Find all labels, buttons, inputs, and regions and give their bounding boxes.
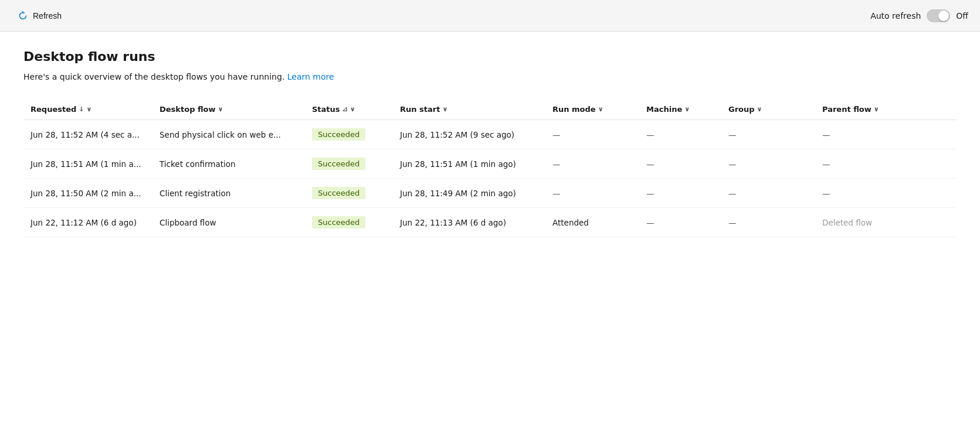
chevron-down-icon: ∨ (684, 105, 690, 113)
cell-machine: — (639, 120, 721, 149)
cell-desktop-flow: Client registration (152, 179, 305, 208)
cell-machine: — (639, 208, 721, 237)
dash-value: — (728, 189, 737, 198)
status-badge: Succeeded (312, 187, 365, 199)
cell-requested: Jun 28, 11:50 AM (2 min a... (23, 179, 152, 208)
cell-status: Succeeded (305, 179, 393, 208)
refresh-icon (18, 11, 28, 21)
col-header-run-mode[interactable]: Run mode ∨ (545, 99, 639, 120)
refresh-button[interactable]: Refresh (12, 7, 67, 25)
cell-desktop-flow: Clipboard flow (152, 208, 305, 237)
refresh-label: Refresh (33, 11, 62, 21)
cell-requested: Jun 28, 11:52 AM (4 sec a... (23, 120, 152, 149)
dash-value: — (728, 218, 737, 227)
cell-parent-flow: — (815, 149, 957, 179)
status-badge: Succeeded (312, 128, 365, 141)
toggle-knob (938, 11, 949, 21)
chevron-down-icon: ∨ (218, 105, 223, 113)
dash-value: — (646, 218, 655, 227)
chevron-down-icon: ∨ (350, 105, 355, 113)
cell-run-mode: Attended (545, 208, 639, 237)
col-header-status[interactable]: Status ⊿ ∨ (305, 99, 393, 120)
table-row[interactable]: Jun 22, 11:12 AM (6 d ago)Clipboard flow… (23, 208, 957, 237)
cell-requested: Jun 28, 11:51 AM (1 min a... (23, 149, 152, 179)
cell-run-start: Jun 28, 11:52 AM (9 sec ago) (393, 120, 545, 149)
col-header-machine[interactable]: Machine ∨ (639, 99, 721, 120)
cell-run-mode: — (545, 120, 639, 149)
filter-icon: ⊿ (343, 105, 348, 113)
table-row[interactable]: Jun 28, 11:52 AM (4 sec a...Send physica… (23, 120, 957, 149)
auto-refresh-toggle[interactable] (927, 9, 950, 22)
flows-table: Requested ↓ ∨ Desktop flow ∨ Status ⊿ (23, 99, 957, 237)
cell-run-mode: — (545, 179, 639, 208)
dash-value: — (552, 130, 561, 139)
dash-value: — (646, 159, 655, 169)
col-header-run-start[interactable]: Run start ∨ (393, 99, 545, 120)
sort-desc-icon: ↓ (79, 105, 84, 113)
cell-run-start: Jun 22, 11:13 AM (6 d ago) (393, 208, 545, 237)
page-description: Here's a quick overview of the desktop f… (23, 72, 957, 81)
cell-machine: — (639, 149, 721, 179)
toggle-state-label: Off (956, 11, 968, 21)
dash-value: — (822, 189, 830, 198)
page-title: Desktop flow runs (23, 49, 957, 64)
dash-value: — (822, 159, 830, 169)
dash-value: — (646, 189, 655, 198)
cell-parent-flow: Deleted flow (815, 208, 957, 237)
dash-value: — (646, 130, 655, 139)
dash-value: — (552, 189, 561, 198)
cell-machine: — (639, 179, 721, 208)
cell-group: — (721, 208, 815, 237)
col-header-requested[interactable]: Requested ↓ ∨ (23, 99, 152, 120)
chevron-down-icon: ∨ (442, 105, 447, 113)
dash-value: — (728, 159, 737, 169)
cell-parent-flow: — (815, 120, 957, 149)
main-content: Desktop flow runs Here's a quick overvie… (0, 32, 980, 447)
cell-run-mode: — (545, 149, 639, 179)
col-header-parent-flow[interactable]: Parent flow ∨ (815, 99, 957, 120)
auto-refresh-area: Auto refresh Off (870, 9, 968, 22)
dash-value: — (728, 130, 737, 139)
table-header-row: Requested ↓ ∨ Desktop flow ∨ Status ⊿ (23, 99, 957, 120)
col-header-desktop-flow[interactable]: Desktop flow ∨ (152, 99, 305, 120)
chevron-down-icon: ∨ (598, 105, 603, 113)
auto-refresh-label: Auto refresh (870, 11, 921, 21)
cell-requested: Jun 22, 11:12 AM (6 d ago) (23, 208, 152, 237)
cell-parent-flow: — (815, 179, 957, 208)
cell-status: Succeeded (305, 149, 393, 179)
deleted-flow-label: Deleted flow (822, 218, 872, 227)
description-text: Here's a quick overview of the desktop f… (23, 72, 284, 81)
dash-value: — (822, 130, 830, 139)
cell-group: — (721, 179, 815, 208)
cell-run-start: Jun 28, 11:51 AM (1 min ago) (393, 149, 545, 179)
cell-status: Succeeded (305, 120, 393, 149)
status-badge: Succeeded (312, 216, 365, 228)
table-body: Jun 28, 11:52 AM (4 sec a...Send physica… (23, 120, 957, 237)
cell-group: — (721, 149, 815, 179)
chevron-down-icon: ∨ (874, 105, 879, 113)
cell-desktop-flow: Ticket confirmation (152, 149, 305, 179)
col-header-group[interactable]: Group ∨ (721, 99, 815, 120)
table-row[interactable]: Jun 28, 11:51 AM (1 min a...Ticket confi… (23, 149, 957, 179)
learn-more-link[interactable]: Learn more (287, 72, 334, 81)
cell-status: Succeeded (305, 208, 393, 237)
top-bar: Refresh Auto refresh Off (0, 0, 980, 32)
cell-run-start: Jun 28, 11:49 AM (2 min ago) (393, 179, 545, 208)
chevron-down-icon: ∨ (757, 105, 762, 113)
cell-desktop-flow: Send physical click on web e... (152, 120, 305, 149)
cell-group: — (721, 120, 815, 149)
table-row[interactable]: Jun 28, 11:50 AM (2 min a...Client regis… (23, 179, 957, 208)
status-badge: Succeeded (312, 158, 365, 170)
dash-value: — (552, 159, 561, 169)
chevron-down-icon: ∨ (87, 105, 92, 113)
